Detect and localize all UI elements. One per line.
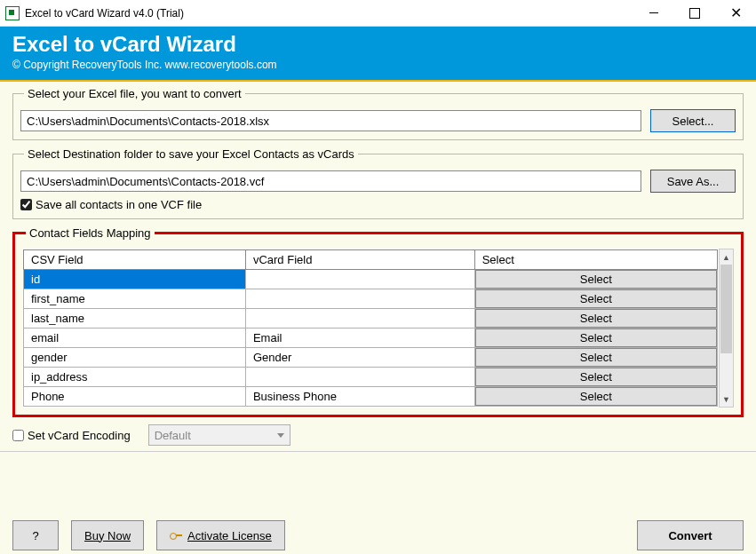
vcard-field-header[interactable]: vCard Field (245, 250, 474, 270)
csv-field-cell[interactable]: email (24, 328, 246, 348)
field-mapping-group: Contact Fields Mapping CSV Field vCard F… (12, 226, 744, 417)
scroll-thumb[interactable] (720, 265, 732, 353)
csv-field-cell[interactable]: Phone (24, 387, 246, 407)
vcard-field-cell[interactable]: Email (245, 328, 474, 348)
table-row[interactable]: genderGenderSelect (24, 348, 718, 368)
select-mapping-button[interactable]: Select (475, 328, 717, 347)
select-cell: Select (474, 289, 717, 309)
save-as-button[interactable]: Save As... (650, 170, 736, 193)
source-file-group: Select your Excel file, you want to conv… (12, 87, 744, 140)
window-minimize-button[interactable] (633, 0, 674, 27)
select-header[interactable]: Select (474, 250, 717, 270)
encoding-checkbox-row[interactable]: Set vCard Encoding (12, 429, 131, 442)
activate-license-button[interactable]: Activate License (156, 520, 285, 550)
csv-field-cell[interactable]: id (24, 270, 246, 289)
separator (0, 451, 756, 452)
vcard-field-cell[interactable]: Gender (245, 348, 474, 368)
destination-group: Select Destination folder to save your E… (12, 147, 744, 219)
encoding-label: Set vCard Encoding (28, 429, 131, 442)
select-cell: Select (474, 270, 717, 289)
buy-now-button[interactable]: Buy Now (71, 520, 144, 550)
table-row[interactable]: PhoneBusiness PhoneSelect (24, 387, 718, 407)
main-content: Select your Excel file, you want to conv… (0, 82, 756, 554)
select-cell: Select (474, 368, 717, 387)
vcard-field-cell[interactable]: Business Phone (245, 387, 474, 407)
select-cell: Select (474, 387, 717, 407)
table-row[interactable]: first_nameSelect (24, 289, 718, 309)
key-icon (170, 529, 182, 542)
csv-field-cell[interactable]: last_name (24, 309, 246, 328)
save-all-label: Save all contacts in one VCF file (36, 198, 202, 211)
encoding-checkbox[interactable] (12, 430, 24, 441)
save-all-checkbox[interactable] (20, 199, 32, 210)
copyright-text: © Copyright RecoveryTools Inc. www.recov… (12, 59, 744, 71)
encoding-row: Set vCard Encoding Default (12, 424, 744, 446)
source-path-input[interactable] (20, 110, 641, 131)
select-mapping-button[interactable]: Select (475, 270, 717, 289)
vcard-field-cell[interactable] (245, 368, 474, 387)
convert-button[interactable]: Convert (637, 520, 744, 550)
table-row[interactable]: last_nameSelect (24, 309, 718, 328)
encoding-combo-value: Default (155, 429, 191, 442)
csv-field-cell[interactable]: first_name (24, 289, 246, 309)
select-source-button[interactable]: Select... (650, 109, 736, 132)
vcard-field-cell[interactable] (245, 309, 474, 328)
select-mapping-button[interactable]: Select (475, 348, 717, 367)
select-mapping-button[interactable]: Select (475, 309, 717, 328)
destination-path-input[interactable] (20, 170, 641, 192)
window-title: Excel to vCard Wizard v4.0 (Trial) (25, 7, 184, 20)
select-mapping-button[interactable]: Select (475, 289, 717, 308)
vcard-field-cell[interactable] (245, 270, 474, 289)
app-header: Excel to vCard Wizard © Copyright Recove… (0, 27, 756, 82)
select-cell: Select (474, 309, 717, 328)
table-row[interactable]: idSelect (24, 270, 718, 289)
source-file-legend: Select your Excel file, you want to conv… (24, 87, 245, 100)
scroll-up-icon[interactable]: ▲ (720, 249, 733, 265)
save-all-row[interactable]: Save all contacts in one VCF file (20, 198, 736, 211)
window-close-button[interactable]: ✕ (715, 0, 756, 27)
field-mapping-legend: Contact Fields Mapping (26, 226, 155, 240)
app-icon (5, 6, 20, 20)
csv-field-header[interactable]: CSV Field (24, 250, 246, 270)
help-button[interactable]: ? (12, 520, 59, 550)
select-mapping-button[interactable]: Select (475, 387, 717, 406)
table-row[interactable]: emailEmailSelect (24, 328, 718, 348)
window-titlebar: Excel to vCard Wizard v4.0 (Trial) ✕ (0, 0, 756, 27)
app-title: Excel to vCard Wizard (12, 32, 744, 57)
csv-field-cell[interactable]: gender (24, 348, 246, 368)
select-mapping-button[interactable]: Select (475, 368, 717, 386)
csv-field-cell[interactable]: ip_address (24, 368, 246, 387)
vcard-field-cell[interactable] (245, 289, 474, 309)
mapping-header-row: CSV Field vCard Field Select (24, 250, 718, 270)
select-cell: Select (474, 328, 717, 348)
bottom-toolbar: ? Buy Now Activate License Convert (12, 520, 744, 550)
window-maximize-button[interactable] (674, 0, 715, 27)
chevron-down-icon (277, 433, 284, 438)
scroll-down-icon[interactable]: ▼ (720, 392, 733, 407)
destination-legend: Select Destination folder to save your E… (24, 147, 358, 161)
encoding-combo[interactable]: Default (148, 424, 290, 446)
table-row[interactable]: ip_addressSelect (24, 368, 718, 387)
mapping-scrollbar[interactable]: ▲ ▼ (719, 249, 734, 408)
mapping-grid: CSV Field vCard Field Select idSelectfir… (22, 249, 719, 408)
select-cell: Select (474, 348, 717, 368)
